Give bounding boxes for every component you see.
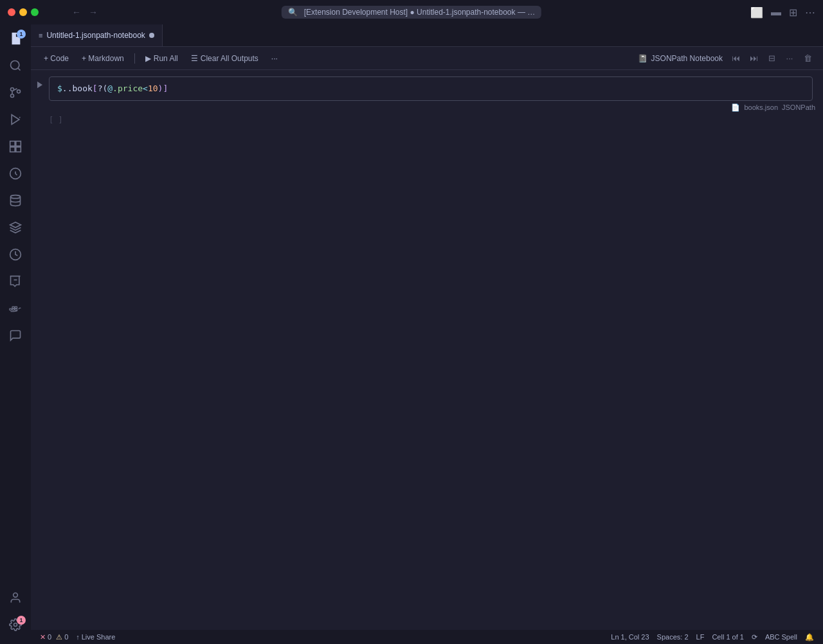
activity-item-extensions[interactable] (3, 135, 28, 161)
add-markdown-button[interactable]: + Markdown (77, 52, 129, 65)
title-bar-search[interactable]: 🔍 [Extension Development Host] ● Untitle… (282, 6, 541, 19)
cell-code[interactable]: $..book[?(@.price<10)] (50, 77, 812, 100)
kernel-file-icon: 📄 (731, 103, 740, 112)
run-debug-icon (9, 113, 22, 129)
layout-panel-icon[interactable]: ▬ (771, 6, 781, 18)
svg-rect-7 (10, 141, 15, 146)
toolbar-separator (134, 53, 135, 64)
status-notification[interactable]: 🔔 (801, 630, 818, 644)
code-bracket-close: )] (158, 84, 168, 93)
layout-sidebar-icon[interactable]: ⬜ (750, 6, 763, 19)
title-bar-actions: ⬜ ▬ ⊞ ⋯ (750, 6, 815, 19)
cell-action-group: ⏮ ⏭ ⊟ ··· 🗑 (728, 51, 815, 66)
run-above-button[interactable]: ⏮ (728, 51, 743, 66)
activity-item-run-debug[interactable] (3, 108, 28, 134)
activity-item-search[interactable] (3, 54, 28, 80)
run-below-button[interactable]: ⏭ (746, 51, 761, 66)
split-cell-button[interactable]: ⊟ (764, 51, 779, 66)
status-spell[interactable]: ABC Spell (761, 630, 801, 644)
activity-item-source-control[interactable] (3, 81, 28, 107)
code-filter: ?( (98, 84, 108, 93)
clear-outputs-button[interactable]: ☰ Clear All Outputs (186, 52, 264, 65)
nav-forward-button[interactable]: → (86, 6, 100, 19)
svg-marker-12 (10, 222, 21, 227)
activity-item-explorer[interactable]: 1 (3, 27, 28, 53)
svg-point-11 (11, 195, 21, 198)
svg-point-3 (11, 94, 14, 97)
live-share-label: Live Share (82, 633, 116, 641)
code-num: 10 (148, 84, 158, 93)
run-all-button[interactable]: ▶ Run All (140, 52, 183, 65)
status-errors[interactable]: ✕ 0 ⚠ 0 (36, 630, 72, 644)
svg-rect-15 (10, 309, 12, 310)
error-icon: ✕ (40, 633, 46, 641)
extensions-icon (9, 140, 22, 156)
kernel-lang-label: JSONPath (782, 103, 815, 111)
warning-icon: ⚠ (56, 633, 62, 641)
minimize-button[interactable] (19, 8, 27, 16)
chat-icon (9, 329, 22, 345)
activity-item-layers[interactable] (3, 216, 28, 242)
kernel-icon: 📓 (638, 54, 647, 63)
status-position[interactable]: Ln 1, Col 23 (607, 630, 653, 644)
activity-bar: 1 (0, 24, 31, 644)
database-icon (9, 194, 22, 210)
notebook-content[interactable]: $..book[?(@.price<10)] 📄 books.json JSON… (31, 70, 823, 630)
svg-point-2 (11, 87, 14, 91)
status-live-share[interactable]: ↑ Live Share (72, 633, 119, 641)
code-op: < (143, 84, 148, 93)
warning-count: 0 (64, 633, 68, 641)
svg-rect-9 (10, 147, 15, 152)
cell-container: $..book[?(@.price<10)] 📄 books.json JSON… (31, 75, 823, 116)
app-body: 1 (0, 24, 823, 644)
settings-badge: 1 (17, 616, 26, 625)
code-dollar: $ (57, 84, 62, 93)
activity-item-remote[interactable] (3, 162, 28, 188)
delete-cell-button[interactable]: 🗑 (800, 51, 815, 66)
kernel-file-label: books.json (744, 103, 778, 111)
status-sync[interactable]: ⟳ (748, 630, 761, 644)
notebook-toolbar: + Code + Markdown ▶ Run All ☰ Clear All … (31, 47, 823, 70)
gitlens-icon (9, 275, 22, 291)
code-key: .price (113, 84, 143, 93)
svg-point-20 (14, 593, 18, 597)
activity-item-history[interactable] (3, 243, 28, 269)
activity-item-database[interactable] (3, 189, 28, 215)
status-spaces[interactable]: Spaces: 2 (653, 630, 692, 644)
svg-point-4 (17, 89, 21, 93)
title-bar: ← → 🔍 [Extension Development Host] ● Unt… (0, 0, 823, 24)
tab-notebook[interactable]: ≡ Untitled-1.jsonpath-notebook (31, 24, 163, 46)
code-bracket-open: [ (93, 84, 98, 93)
svg-rect-19 (15, 307, 17, 309)
activity-bar-bottom: 1 (3, 586, 28, 641)
toolbar-more-button[interactable]: ··· (266, 52, 283, 65)
activity-item-chat[interactable] (3, 324, 28, 350)
notification-icon: 🔔 (805, 633, 814, 641)
clear-icon: ☰ (191, 54, 198, 63)
live-share-icon: ↑ (76, 633, 80, 641)
status-cell-info[interactable]: Cell 1 of 1 (708, 630, 748, 644)
svg-point-21 (14, 623, 17, 626)
layout-activity-icon[interactable]: ⊞ (789, 6, 797, 19)
activity-item-docker[interactable] (3, 297, 28, 323)
svg-point-0 (11, 60, 19, 69)
maximize-button[interactable] (31, 8, 39, 16)
activity-item-settings[interactable]: 1 (3, 613, 28, 639)
explorer-badge: 1 (17, 30, 26, 39)
svg-rect-8 (16, 141, 21, 146)
status-encoding[interactable]: LF (692, 630, 709, 644)
svg-rect-17 (15, 309, 17, 310)
cell-more-button[interactable]: ··· (782, 51, 797, 66)
notebook-tab-icon: ≡ (39, 31, 42, 39)
cell-run-button[interactable] (31, 76, 49, 93)
tab-modified-indicator (149, 33, 154, 38)
svg-marker-5 (12, 114, 19, 124)
activity-item-gitlens[interactable] (3, 270, 28, 296)
kernel-label[interactable]: 📓 JSONPath Notebook (638, 54, 723, 63)
add-code-button[interactable]: + Code (39, 52, 74, 65)
layout-more-icon[interactable]: ⋯ (805, 6, 815, 19)
activity-item-account[interactable] (3, 586, 28, 612)
output-indicator: [ ] (31, 116, 823, 127)
nav-back-button[interactable]: ← (69, 6, 84, 19)
close-button[interactable] (8, 8, 15, 16)
